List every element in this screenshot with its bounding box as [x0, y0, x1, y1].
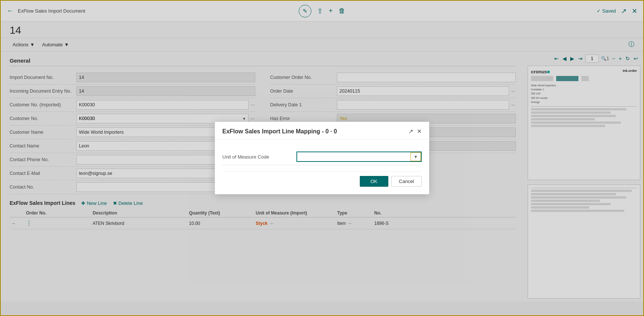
modal-body: Unit of Measure Code ▼ — [215, 140, 429, 171]
modal-expand-button[interactable]: ↗ — [408, 128, 413, 135]
uom-input[interactable] — [297, 152, 411, 161]
modal-header-icons: ↗ ✕ — [408, 128, 422, 135]
ok-button[interactable]: OK — [360, 176, 388, 187]
uom-dropdown-button[interactable]: ▼ — [411, 152, 421, 161]
modal-header: ExFlow Sales Import Line Mapping - 0 · 0… — [215, 122, 429, 140]
modal-title: ExFlow Sales Import Line Mapping - 0 · 0 — [222, 128, 337, 135]
uom-label: Unit of Measure Code — [222, 154, 296, 160]
cancel-button[interactable]: Cancel — [391, 176, 422, 187]
uom-input-wrap[interactable]: ▼ — [296, 152, 422, 162]
modal-close-button[interactable]: ✕ — [417, 128, 422, 135]
modal-footer: OK Cancel — [215, 172, 429, 194]
modal-overlay[interactable]: ExFlow Sales Import Line Mapping - 0 · 0… — [0, 0, 644, 316]
uom-field-row: Unit of Measure Code ▼ — [222, 149, 422, 165]
modal-dialog: ExFlow Sales Import Line Mapping - 0 · 0… — [215, 122, 429, 194]
